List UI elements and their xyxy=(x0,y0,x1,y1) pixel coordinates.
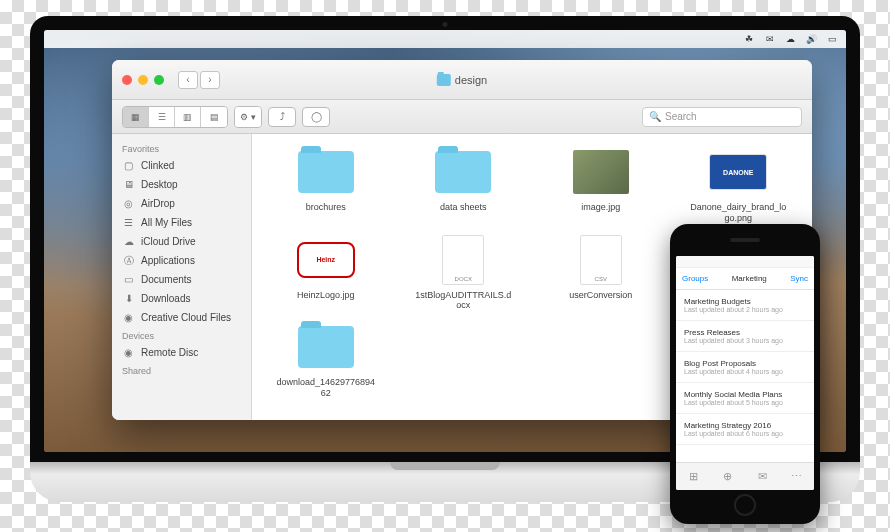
list-item[interactable]: Marketing BudgetsLast updated about 2 ho… xyxy=(676,290,814,321)
coverflow-view-button[interactable]: ▤ xyxy=(201,107,227,127)
sidebar-item-creative-cloud-files[interactable]: ◉Creative Cloud Files xyxy=(112,308,251,327)
minimize-button[interactable] xyxy=(138,75,148,85)
list-item-title: Press Releases xyxy=(684,328,806,337)
maximize-button[interactable] xyxy=(154,75,164,85)
sidebar-item-all-my-files[interactable]: ☰All My Files xyxy=(112,213,251,232)
file-item[interactable]: data sheets xyxy=(398,146,530,224)
tab-3[interactable]: ✉ xyxy=(745,463,780,490)
list-item-subtitle: Last updated about 5 hours ago xyxy=(684,399,806,406)
sidebar-item-label: Documents xyxy=(141,274,192,285)
sidebar-item-documents[interactable]: ▭Documents xyxy=(112,270,251,289)
document-icon xyxy=(580,235,622,285)
sidebar-item-clinked[interactable]: ▢Clinked xyxy=(112,156,251,175)
file-label: Danone_dairy_brand_logo.png xyxy=(688,202,788,224)
camera-dot xyxy=(443,22,448,27)
sidebar-item-applications[interactable]: ⒶApplications xyxy=(112,251,251,270)
list-view-button[interactable]: ☰ xyxy=(149,107,175,127)
list-item[interactable]: Monthly Social Media PlansLast updated a… xyxy=(676,383,814,414)
volume-icon[interactable]: 🔊 xyxy=(806,34,817,45)
finder-toolbar: ▦ ☰ ▥ ▤ ⚙ ▾ ⤴ ◯ 🔍 Search xyxy=(112,100,812,134)
leaf-icon[interactable]: ☘ xyxy=(743,34,754,45)
folder-icon xyxy=(298,326,354,368)
file-item[interactable]: download_1462977689462 xyxy=(260,321,392,399)
image-thumbnail xyxy=(573,150,629,194)
back-button[interactable]: ‹ xyxy=(178,71,198,89)
phone-nav-sync[interactable]: Sync xyxy=(790,274,808,283)
macos-menubar: ☘ ✉ ☁ 🔊 ▭ xyxy=(44,30,846,48)
files-icon: ☰ xyxy=(122,216,135,229)
arrange-group: ⚙ ▾ xyxy=(234,106,262,128)
list-item-title: Monthly Social Media Plans xyxy=(684,390,806,399)
airdrop-icon: ◎ xyxy=(122,197,135,210)
finder-titlebar[interactable]: ‹ › design xyxy=(112,60,812,100)
arrange-button[interactable]: ⚙ ▾ xyxy=(235,107,261,127)
sidebar-item-downloads[interactable]: ⬇Downloads xyxy=(112,289,251,308)
sidebar-item-label: Remote Disc xyxy=(141,347,198,358)
window-title: design xyxy=(437,74,487,86)
view-switcher: ▦ ☰ ▥ ▤ xyxy=(122,106,228,128)
chat-icon[interactable]: ✉ xyxy=(764,34,775,45)
tab-4[interactable]: ⋯ xyxy=(780,463,815,490)
search-field[interactable]: 🔍 Search xyxy=(642,107,802,127)
sidebar-item-label: iCloud Drive xyxy=(141,236,195,247)
sidebar-item-remote-disc[interactable]: ◉Remote Disc xyxy=(112,343,251,362)
sidebar-item-label: Desktop xyxy=(141,179,178,190)
home-button[interactable] xyxy=(734,494,756,516)
file-item[interactable]: 1stBlogAUDITTRAILS.docx xyxy=(398,234,530,312)
file-label: 1stBlogAUDITTRAILS.docx xyxy=(413,290,513,312)
traffic-lights xyxy=(122,75,164,85)
list-item-subtitle: Last updated about 6 hours ago xyxy=(684,430,806,437)
monitor-icon[interactable]: ▭ xyxy=(827,34,838,45)
list-item-title: Marketing Strategy 2016 xyxy=(684,421,806,430)
icon-view-button[interactable]: ▦ xyxy=(123,107,149,127)
close-button[interactable] xyxy=(122,75,132,85)
file-label: userConversion xyxy=(569,290,632,301)
sidebar-item-desktop[interactable]: 🖥Desktop xyxy=(112,175,251,194)
file-label: brochures xyxy=(306,202,346,213)
phone-nav-bar: Groups Marketing Sync xyxy=(676,268,814,290)
phone-nav-title: Marketing xyxy=(732,274,767,283)
phone-nav-back[interactable]: Groups xyxy=(682,274,708,283)
cloud-icon[interactable]: ☁ xyxy=(785,34,796,45)
document-icon xyxy=(442,235,484,285)
phone-list[interactable]: Marketing BudgetsLast updated about 2 ho… xyxy=(676,290,814,462)
file-item[interactable]: brochures xyxy=(260,146,392,224)
sidebar-header: Devices xyxy=(112,327,251,343)
tab-1[interactable]: ⊞ xyxy=(676,463,711,490)
forward-button[interactable]: › xyxy=(200,71,220,89)
sidebar-header: Favorites xyxy=(112,140,251,156)
file-item[interactable]: DANONEDanone_dairy_brand_logo.png xyxy=(673,146,805,224)
folder-icon xyxy=(437,74,451,86)
disc-icon: ◉ xyxy=(122,346,135,359)
list-item-subtitle: Last updated about 2 hours ago xyxy=(684,306,806,313)
file-item[interactable]: image.jpg xyxy=(535,146,667,224)
action-button[interactable]: ⤴ xyxy=(268,107,296,127)
sidebar-item-airdrop[interactable]: ◎AirDrop xyxy=(112,194,251,213)
phone-speaker xyxy=(730,238,760,242)
downloads-icon: ⬇ xyxy=(122,292,135,305)
list-item-subtitle: Last updated about 4 hours ago xyxy=(684,368,806,375)
logo-thumbnail: Heinz xyxy=(297,242,355,278)
sidebar-item-label: Creative Cloud Files xyxy=(141,312,231,323)
tab-2[interactable]: ⊕ xyxy=(711,463,746,490)
sidebar-item-label: Applications xyxy=(141,255,195,266)
finder-sidebar: Favorites▢Clinked🖥Desktop◎AirDrop☰All My… xyxy=(112,134,252,420)
folder-icon xyxy=(298,151,354,193)
apps-icon: Ⓐ xyxy=(122,254,135,267)
list-item[interactable]: Press ReleasesLast updated about 3 hours… xyxy=(676,321,814,352)
list-item-title: Blog Post Proposals xyxy=(684,359,806,368)
file-label: HeinzLogo.jpg xyxy=(297,290,355,301)
list-item[interactable]: Marketing Strategy 2016Last updated abou… xyxy=(676,414,814,445)
column-view-button[interactable]: ▥ xyxy=(175,107,201,127)
search-icon: 🔍 xyxy=(649,111,661,122)
sidebar-item-icloud-drive[interactable]: ☁iCloud Drive xyxy=(112,232,251,251)
sidebar-item-label: AirDrop xyxy=(141,198,175,209)
folder-icon xyxy=(435,151,491,193)
tags-button[interactable]: ◯ xyxy=(302,107,330,127)
file-item[interactable]: HeinzHeinzLogo.jpg xyxy=(260,234,392,312)
file-item[interactable]: userConversion xyxy=(535,234,667,312)
file-label: data sheets xyxy=(440,202,487,213)
list-item[interactable]: Blog Post ProposalsLast updated about 4 … xyxy=(676,352,814,383)
list-item-subtitle: Last updated about 3 hours ago xyxy=(684,337,806,344)
file-label: image.jpg xyxy=(581,202,620,213)
